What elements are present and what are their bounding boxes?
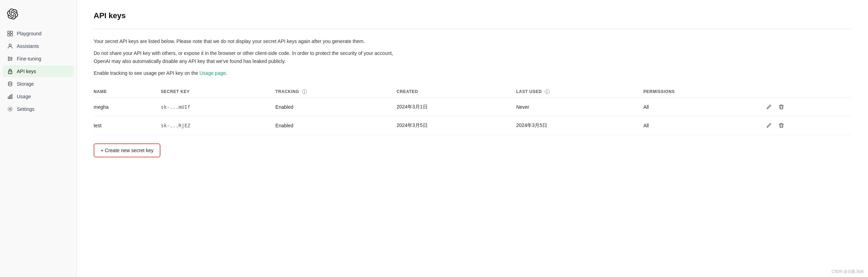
cell-created: 2024年3月1日	[397, 98, 516, 116]
desc-3-suffix: .	[226, 70, 227, 76]
last-used-info-icon[interactable]: i	[545, 89, 550, 94]
cell-secret-key: sk-...RjEZ	[161, 116, 275, 135]
desc-3-prefix: Enable tracking to see usage per API key…	[94, 70, 200, 76]
cell-permissions: All	[643, 116, 764, 135]
cell-created: 2024年3月5日	[397, 116, 516, 135]
sidebar-item-storage[interactable]: Storage	[3, 78, 74, 90]
delete-key-button[interactable]	[777, 121, 786, 130]
sidebar-item-usage[interactable]: Usage	[3, 91, 74, 102]
create-btn-label: + Create new secret key	[101, 148, 153, 153]
sidebar-item-api-keys[interactable]: API keys	[3, 65, 74, 77]
cell-secret-key: sk-...mUIf	[161, 98, 275, 116]
svg-rect-1	[10, 31, 13, 33]
cell-last-used: Never	[516, 98, 643, 116]
table-body: megha sk-...mUIf Enabled 2024年3月1日 Never…	[94, 98, 851, 135]
delete-key-button[interactable]	[777, 103, 786, 111]
sidebar-nav: Playground Assistants	[0, 28, 77, 115]
tracking-info-icon[interactable]: i	[302, 89, 307, 94]
main-content: API keys Your secret API keys are listed…	[77, 0, 868, 277]
svg-rect-19	[11, 94, 12, 99]
svg-rect-0	[8, 31, 10, 33]
col-created: CREATED	[397, 86, 516, 98]
gear-icon	[7, 106, 13, 112]
table-row: megha sk-...mUIf Enabled 2024年3月1日 Never…	[94, 98, 851, 116]
col-secret-key: SECRET KEY	[161, 86, 275, 98]
col-tracking: TRACKING i	[275, 86, 397, 98]
sidebar-item-label: Assistants	[17, 43, 39, 49]
lock-icon	[7, 68, 13, 74]
sidebar-item-settings[interactable]: Settings	[3, 103, 74, 115]
logo	[0, 6, 77, 28]
table-row: test sk-...RjEZ Enabled 2024年3月5日 2024年3…	[94, 116, 851, 135]
sidebar-item-label: Storage	[17, 81, 34, 87]
desc-1: Your secret API keys are listed below. P…	[94, 37, 408, 45]
col-name: NAME	[94, 86, 161, 98]
sidebar-item-fine-tuning[interactable]: Fine-tuning	[3, 53, 74, 65]
col-permissions: PERMISSIONS	[643, 86, 764, 98]
desc-2: Do not share your API key with others, o…	[94, 49, 408, 65]
cell-actions	[765, 116, 852, 135]
cell-tracking: Enabled	[275, 98, 397, 116]
cell-tracking: Enabled	[275, 116, 397, 135]
sidebar-item-label: API keys	[17, 69, 36, 74]
svg-point-6	[11, 58, 12, 59]
edit-key-button[interactable]	[765, 103, 773, 111]
sidebar-item-label: Fine-tuning	[17, 56, 41, 62]
chart-icon	[7, 93, 13, 100]
cell-name: test	[94, 116, 161, 135]
svg-rect-3	[10, 34, 13, 36]
table-header: NAME SECRET KEY TRACKING i CREATED LAST …	[94, 86, 851, 98]
edit-icon	[766, 123, 772, 128]
svg-rect-2	[8, 34, 10, 36]
col-last-used: LAST USED i	[516, 86, 643, 98]
api-keys-table-wrap: NAME SECRET KEY TRACKING i CREATED LAST …	[94, 86, 851, 135]
sidebar-item-label: Playground	[17, 31, 42, 36]
trash-icon	[779, 123, 784, 128]
edit-key-button[interactable]	[765, 121, 773, 130]
trash-icon	[779, 104, 784, 110]
page-title: API keys	[94, 11, 851, 20]
divider	[94, 29, 851, 29]
svg-point-20	[9, 108, 11, 110]
api-keys-table: NAME SECRET KEY TRACKING i CREATED LAST …	[94, 86, 851, 135]
sidebar: Playground Assistants	[0, 0, 77, 277]
col-actions	[765, 86, 852, 98]
watermark: CSDN @北顾.岛屿	[832, 269, 864, 274]
create-new-secret-key-button[interactable]: + Create new secret key	[94, 143, 160, 157]
grid-icon	[7, 30, 13, 37]
svg-rect-17	[8, 97, 9, 99]
cell-permissions: All	[643, 98, 764, 116]
svg-point-15	[10, 72, 10, 73]
edit-icon	[766, 104, 772, 110]
sidebar-item-label: Usage	[17, 94, 31, 99]
svg-rect-18	[10, 95, 11, 99]
sidebar-item-label: Settings	[17, 106, 35, 112]
person-icon	[7, 43, 13, 49]
sidebar-item-playground[interactable]: Playground	[3, 28, 74, 40]
desc-3: Enable tracking to see usage per API key…	[94, 69, 408, 77]
tune-icon	[7, 56, 13, 62]
cell-last-used: 2024年3月5日	[516, 116, 643, 135]
svg-point-4	[9, 44, 11, 46]
usage-page-link[interactable]: Usage page	[200, 70, 226, 76]
svg-point-16	[8, 82, 12, 83]
sidebar-item-assistants[interactable]: Assistants	[3, 40, 74, 52]
database-icon	[7, 81, 13, 87]
cell-name: megha	[94, 98, 161, 116]
cell-actions	[765, 98, 852, 116]
